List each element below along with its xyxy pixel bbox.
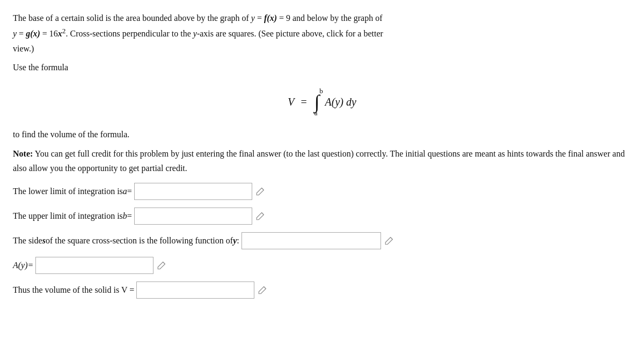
- side-colon: :: [237, 234, 239, 248]
- lower-limit-a: a: [314, 109, 318, 116]
- lower-limit-label: The lower limit of integration is: [13, 184, 123, 198]
- formula-equals: =: [301, 96, 306, 108]
- lower-limit-var: a: [123, 184, 127, 198]
- integral-formula: V = b ∫ a A(y) dy: [13, 87, 631, 116]
- upper-limit-row: The upper limit of integration is b =: [13, 208, 631, 225]
- volume-label: Thus the volume of the solid is V =: [13, 283, 134, 297]
- note-paragraph: Note: You can get full credit for this p…: [13, 146, 631, 175]
- lower-limit-input[interactable]: [134, 183, 252, 200]
- side-y: y: [233, 234, 237, 248]
- g-equation: y: [13, 29, 17, 39]
- upper-limit-pencil-icon[interactable]: [255, 211, 265, 221]
- upper-limit-label: The upper limit of integration is: [13, 209, 123, 223]
- side-label-1: The side: [13, 234, 42, 248]
- side-function-input[interactable]: [241, 232, 381, 249]
- use-formula-text: Use the formula: [13, 60, 631, 75]
- volume-row: Thus the volume of the solid is V =: [13, 281, 631, 299]
- formula-ay: A(y) dy: [325, 96, 356, 108]
- lower-limit-eq: =: [127, 184, 132, 198]
- upper-limit-b: b: [319, 87, 323, 94]
- ay-pencil-icon[interactable]: [157, 261, 166, 270]
- to-find-text: to find the volume of the formula.: [13, 127, 631, 142]
- upper-limit-var: b: [123, 209, 127, 223]
- ay-label: A(y)=: [13, 261, 33, 270]
- upper-limit-eq: =: [127, 209, 132, 223]
- upper-limit-input[interactable]: [134, 208, 252, 225]
- volume-pencil-icon[interactable]: [258, 285, 267, 295]
- volume-input[interactable]: [136, 281, 254, 299]
- note-body: You can get full credit for this problem…: [13, 149, 625, 173]
- f-equation-bold: f(x): [264, 13, 277, 23]
- y-axis-ref: y: [193, 29, 197, 39]
- lower-limit-pencil-icon[interactable]: [255, 187, 265, 196]
- problem-statement: The base of a certain solid is the area …: [13, 11, 631, 75]
- integral-sign: ∫: [314, 93, 320, 110]
- side-pencil-icon[interactable]: [384, 236, 394, 246]
- ay-row: A(y)=: [13, 257, 631, 274]
- side-label-2: of the square cross-section is the follo…: [46, 234, 233, 248]
- after-formula-text: to find the volume of the formula.: [13, 127, 631, 142]
- note-section: Note: You can get full credit for this p…: [13, 146, 631, 175]
- intro-paragraph: The base of a certain solid is the area …: [13, 11, 631, 56]
- formula-v: V: [288, 96, 294, 108]
- note-label: Note:: [13, 149, 33, 158]
- side-row: The side s of the square cross-section i…: [13, 232, 631, 249]
- g-equation-bold: g(x): [26, 29, 40, 39]
- lower-limit-row: The lower limit of integration is a =: [13, 183, 631, 200]
- integral-symbol: b ∫ a: [314, 87, 320, 116]
- ay-input[interactable]: [35, 257, 153, 274]
- f-equation: y: [251, 13, 255, 23]
- x-squared: x: [58, 29, 62, 39]
- integral-expression: V = b ∫ a A(y) dy: [288, 87, 356, 116]
